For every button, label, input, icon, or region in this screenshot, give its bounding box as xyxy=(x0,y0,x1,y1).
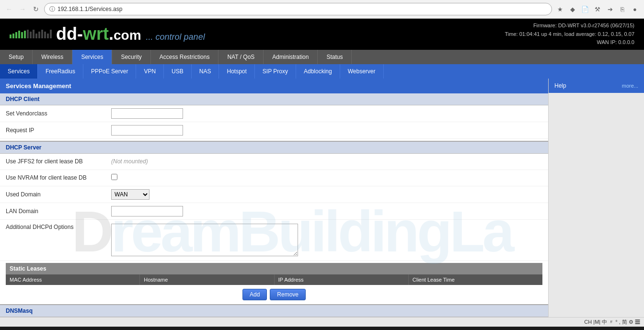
additional-dhcpd-row: Additional DHCPd Options xyxy=(0,220,548,261)
subnav-nas[interactable]: NAS xyxy=(192,64,219,79)
help-title: Help xyxy=(554,82,566,89)
status-bar: CH |M| 中 〃 ° , 简 ⚙ ☰ xyxy=(0,317,644,327)
extensions-icon[interactable]: ◆ xyxy=(567,4,578,14)
use-nvram-value xyxy=(111,174,542,182)
content-wrapper: DreamBuildingLa Services Management Help… xyxy=(0,79,644,317)
static-leases-title: Static Leases xyxy=(10,265,46,272)
nav-nat-qos[interactable]: NAT / QoS xyxy=(218,50,264,64)
subnav-pppoe-server[interactable]: PPPoE Server xyxy=(83,64,136,79)
use-nvram-checkbox[interactable] xyxy=(111,174,117,180)
firmware-line2: Time: 01:04:41 up 4 min, load average: 0… xyxy=(505,30,635,39)
firmware-info: Firmware: DD-WRT v3.0-r27456 (06/27/15) … xyxy=(505,22,635,47)
set-vendorclass-value xyxy=(111,108,542,119)
help-panel: Help more... xyxy=(548,79,644,93)
col-hostname: Hostname xyxy=(140,274,274,285)
section-title-area: Services Management xyxy=(0,79,548,93)
col-client-lease-time: Client Lease Time xyxy=(409,274,542,285)
address-bar[interactable]: ⓘ 192.168.1.1/Services.asp xyxy=(44,3,552,15)
forward-icon[interactable]: ➔ xyxy=(605,4,615,14)
set-vendorclass-input[interactable] xyxy=(111,108,183,119)
dhcp-server-section-header: DHCP Server xyxy=(0,141,548,154)
dns-section-header: DNSMasq xyxy=(0,304,548,317)
forward-button[interactable]: → xyxy=(17,4,28,14)
firmware-line1: Firmware: DD-WRT v3.0-r27456 (06/27/15) xyxy=(505,22,635,30)
tool-icon[interactable]: ⚒ xyxy=(592,4,603,14)
subnav-services[interactable]: Services xyxy=(0,64,38,79)
request-ip-row: Request IP xyxy=(0,122,548,139)
dns-title: DNSMasq xyxy=(6,307,33,314)
use-jffs2-value: (Not mounted) xyxy=(111,158,542,165)
dhcp-client-section-header: DHCP Client xyxy=(0,93,548,105)
subnav-usb[interactable]: USB xyxy=(164,64,192,79)
nav-access-restrictions[interactable]: Access Restrictions xyxy=(151,50,219,64)
nav-wireless[interactable]: Wireless xyxy=(33,50,72,64)
dhcp-server-title: DHCP Server xyxy=(6,144,41,151)
used-domain-select[interactable]: WAN LAN NONE xyxy=(111,189,150,200)
nav-security[interactable]: Security xyxy=(112,50,150,64)
subnav-hotspot[interactable]: Hotspot xyxy=(219,64,254,79)
logo-bars xyxy=(10,30,52,38)
main-panel: Services Management Help more... DHCP Cl… xyxy=(0,79,644,317)
router-header: dd- wrt . com ... control panel Firmware… xyxy=(0,19,644,50)
nav-status[interactable]: Status xyxy=(318,50,352,64)
col-ip-address: IP Address xyxy=(275,274,409,285)
page-content: dd- wrt . com ... control panel Firmware… xyxy=(0,19,644,327)
form-area: DHCP Client Set Vendorclass Request IP xyxy=(0,93,644,317)
static-leases-header: Static Leases xyxy=(6,263,542,274)
lan-domain-input[interactable] xyxy=(111,206,183,216)
nav-administration[interactable]: Administration xyxy=(264,50,318,64)
settings-icon[interactable]: ● xyxy=(630,4,640,14)
pdf-icon[interactable]: 📄 xyxy=(580,4,590,14)
add-button[interactable]: Add xyxy=(242,289,267,300)
status-text: CH |M| 中 〃 ° , 简 ⚙ ☰ xyxy=(584,319,640,326)
lan-domain-label: LAN Domain xyxy=(6,208,111,215)
browser-chrome: ← → ↻ ⓘ 192.168.1.1/Services.asp ★ ◆ 📄 ⚒… xyxy=(0,0,644,19)
browser-toolbar: ← → ↻ ⓘ 192.168.1.1/Services.asp ★ ◆ 📄 ⚒… xyxy=(0,0,644,18)
set-vendorclass-label: Set Vendorclass xyxy=(6,110,111,117)
additional-dhcpd-value xyxy=(111,224,542,258)
sub-nav: Services FreeRadius PPPoE Server VPN USB… xyxy=(0,64,644,79)
tagline: ... control panel xyxy=(146,32,205,42)
back-button[interactable]: ← xyxy=(4,4,14,14)
subnav-webserver[interactable]: Webserver xyxy=(340,64,384,79)
help-panel-body xyxy=(548,93,644,317)
use-nvram-row: Use NVRAM for client lease DB xyxy=(0,170,548,186)
help-header: Help more... xyxy=(549,79,644,93)
save-icon[interactable]: ⎘ xyxy=(617,4,628,14)
used-domain-row: Used Domain WAN LAN NONE xyxy=(0,186,548,203)
static-leases-section: Static Leases MAC Address Hostname IP Ad… xyxy=(6,263,542,285)
used-domain-label: Used Domain xyxy=(6,191,111,198)
section-title: Services Management xyxy=(6,82,71,90)
lock-icon: ⓘ xyxy=(49,5,55,13)
set-vendorclass-row: Set Vendorclass xyxy=(0,105,548,122)
form-main: DHCP Client Set Vendorclass Request IP xyxy=(0,93,548,317)
subnav-sip-proxy[interactable]: SIP Proxy xyxy=(255,64,296,79)
request-ip-input[interactable] xyxy=(111,125,183,136)
lan-domain-row: LAN Domain xyxy=(0,203,548,220)
subnav-vpn[interactable]: VPN xyxy=(136,64,164,79)
request-ip-value xyxy=(111,125,542,136)
static-leases-cols: MAC Address Hostname IP Address Client L… xyxy=(6,274,542,285)
col-mac-address: MAC Address xyxy=(6,274,140,285)
used-domain-value: WAN LAN NONE xyxy=(111,189,542,200)
nav-services[interactable]: Services xyxy=(72,50,112,64)
firmware-line3: WAN IP: 0.0.0.0 xyxy=(505,38,635,47)
subnav-freeradius[interactable]: FreeRadius xyxy=(38,64,83,79)
lan-domain-value xyxy=(111,206,542,216)
additional-dhcpd-textarea[interactable] xyxy=(111,224,298,256)
use-jffs2-label: Use JFFS2 for client lease DB xyxy=(6,158,111,165)
subnav-adblocking[interactable]: Adblocking xyxy=(296,64,340,79)
use-nvram-label: Use NVRAM for client lease DB xyxy=(6,174,111,181)
logo-text: dd- wrt . com ... control panel xyxy=(56,24,205,44)
reload-button[interactable]: ↻ xyxy=(31,4,41,14)
remove-button[interactable]: Remove xyxy=(270,289,306,300)
browser-actions: ★ ◆ 📄 ⚒ ➔ ⎘ ● xyxy=(555,4,640,14)
request-ip-label: Request IP xyxy=(6,127,111,134)
dhcp-client-title: DHCP Client xyxy=(6,96,39,102)
use-jffs2-row: Use JFFS2 for client lease DB (Not mount… xyxy=(0,154,548,170)
url-text: 192.168.1.1/Services.asp xyxy=(58,6,122,12)
not-mounted-text: (Not mounted) xyxy=(111,158,148,165)
bookmark-star-icon[interactable]: ★ xyxy=(555,4,565,14)
nav-setup[interactable]: Setup xyxy=(0,50,33,64)
help-more-link[interactable]: more... xyxy=(622,83,638,89)
